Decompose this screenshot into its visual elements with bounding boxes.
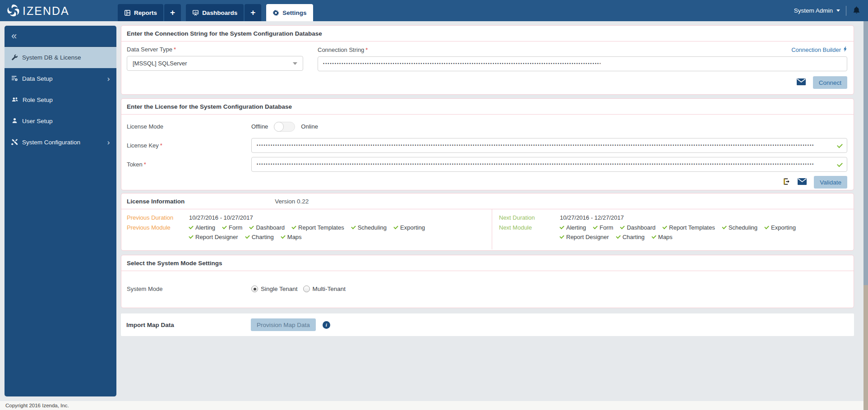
tab-reports-label: Reports — [134, 9, 157, 16]
check-icon — [651, 234, 656, 239]
tab-settings-label: Settings — [282, 9, 306, 16]
scrollbar-thumb[interactable] — [863, 21, 868, 285]
check-icon — [291, 225, 296, 230]
export-license-button[interactable] — [783, 178, 790, 187]
check-icon — [559, 225, 564, 230]
gear-icon — [272, 9, 279, 16]
plus-icon: + — [170, 8, 175, 18]
copyright-text: Copyright 2016 Izenda, Inc. — [5, 403, 69, 408]
license-panel-title: Enter the License for the System Configu… — [121, 99, 854, 115]
wrench-icon — [11, 54, 18, 62]
connection-builder-link[interactable]: Connection Builder — [791, 46, 847, 53]
token-input[interactable]: ••••••••••••••••••••••••••••••••••••••••… — [251, 157, 847, 172]
next-module-label: Next Module — [499, 224, 560, 240]
previous-duration-label: Previous Duration — [127, 214, 189, 221]
license-version: Version 0.22 — [275, 198, 309, 205]
check-icon — [393, 225, 398, 230]
sidebar-item-data-setup[interactable]: Data Setup › — [5, 68, 116, 89]
check-icon — [620, 225, 625, 230]
tab-add-dashboard[interactable]: + — [245, 4, 261, 21]
validate-button[interactable]: Validate — [814, 176, 847, 189]
connection-panel-title: Enter the Connection String for the Syst… — [121, 26, 854, 41]
radio-single-tenant[interactable]: Single Tenant — [251, 286, 298, 292]
data-setup-list-gear-icon — [11, 75, 18, 83]
radio-multi-tenant[interactable]: Multi-Tenant — [303, 286, 346, 292]
next-license-column: Next Duration 10/27/2016 - 12/27/2017 Ne… — [492, 209, 854, 249]
check-icon — [245, 234, 250, 239]
connection-string-input[interactable]: ••••••••••••••••••••••••••••••••••••••••… — [318, 56, 847, 71]
check-icon — [662, 225, 667, 230]
sidebar-collapse-button[interactable]: « — [5, 26, 116, 47]
previous-modules-list: Alerting Form Dashboard Report Templates… — [189, 224, 425, 240]
required-asterisk: * — [144, 161, 146, 168]
module-item: Charting — [616, 234, 645, 240]
connect-button[interactable]: Connect — [813, 76, 847, 89]
tab-dashboards-label: Dashboards — [202, 9, 237, 16]
notifications-bell-icon[interactable] — [852, 6, 861, 16]
license-key-input[interactable]: ••••••••••••••••••••••••••••••••••••••••… — [251, 138, 847, 153]
connection-string-label: Connection String* — [318, 46, 368, 53]
tab-add-report[interactable]: + — [164, 4, 181, 21]
izenda-logo[interactable]: IZENDA — [6, 4, 69, 18]
toggle-knob — [274, 122, 284, 132]
token-label: Token* — [127, 161, 251, 168]
module-item: Maps — [652, 234, 673, 240]
provision-map-data-button[interactable]: Provision Map Data — [251, 318, 316, 331]
sidebar: « System DB & License Data Setup › — [5, 26, 116, 396]
check-icon — [281, 234, 286, 239]
module-item: Report Designer — [189, 234, 238, 240]
chevron-right-icon: › — [107, 138, 110, 147]
user-icon — [11, 117, 18, 125]
collapse-chevrons-icon: « — [11, 31, 17, 41]
module-item: Form — [222, 224, 242, 231]
license-info-title: License Information — [127, 198, 185, 205]
sidebar-item-system-db-license[interactable]: System DB & License — [5, 47, 116, 68]
chevron-down-icon — [836, 9, 840, 12]
logo-text: IZENDA — [23, 5, 69, 18]
tab-dashboards[interactable]: Dashboards — [186, 4, 244, 21]
tab-settings[interactable]: Settings — [266, 4, 313, 21]
email-license-button[interactable] — [798, 178, 807, 186]
lightning-bolt-icon — [843, 46, 847, 53]
sidebar-item-user-setup[interactable]: User Setup — [5, 111, 116, 132]
next-duration-value: 10/27/2016 - 12/27/2017 — [560, 214, 624, 221]
check-icon — [351, 225, 356, 230]
offline-label: Offline — [251, 123, 268, 130]
user-menu[interactable]: System Admin — [794, 7, 840, 14]
info-icon[interactable] — [323, 321, 330, 329]
module-item: Report Designer — [560, 234, 609, 240]
sidebar-item-label: System DB & License — [22, 54, 81, 61]
sidebar-item-role-setup[interactable]: Role Setup — [5, 89, 116, 111]
users-group-icon — [11, 96, 18, 104]
next-modules-list: Alerting Form Dashboard Report Templates… — [560, 224, 796, 240]
envelope-icon — [798, 178, 807, 186]
izenda-pinwheel-icon — [6, 4, 20, 18]
module-item: Report Templates — [663, 224, 715, 231]
email-connection-button[interactable] — [797, 78, 806, 87]
license-mode-toggle[interactable] — [274, 122, 295, 132]
check-icon — [189, 225, 194, 230]
radio-unselected-icon — [303, 286, 310, 292]
module-item: Maps — [281, 234, 302, 240]
data-server-type-select[interactable]: [MSSQL] SQLServer — [127, 56, 303, 71]
tab-reports[interactable]: Reports — [118, 4, 163, 21]
user-menu-label: System Admin — [794, 7, 833, 14]
system-mode-panel-title: Select the System Mode Settings — [121, 255, 854, 271]
export-icon — [783, 178, 790, 187]
valid-check-icon — [837, 161, 843, 167]
check-icon — [189, 234, 194, 239]
sidebar-item-system-configuration[interactable]: System Configuration › — [5, 132, 116, 153]
system-mode-radio-group: Single Tenant Multi-Tenant — [251, 286, 346, 292]
footer: Copyright 2016 Izenda, Inc. — [0, 401, 868, 410]
module-item: Charting — [245, 234, 274, 240]
module-item: Exporting — [765, 224, 796, 231]
license-key-masked-value: ••••••••••••••••••••••••••••••••••••••••… — [257, 138, 827, 153]
check-icon — [722, 225, 727, 230]
sidebar-item-label: System Configuration — [22, 139, 80, 146]
sidebar-item-label: Role Setup — [23, 97, 53, 103]
required-asterisk: * — [365, 46, 368, 53]
vertical-scrollbar[interactable] — [863, 21, 868, 410]
module-item: Exporting — [394, 224, 425, 231]
connection-string-panel: Enter the Connection String for the Syst… — [121, 25, 854, 95]
system-mode-label: System Mode — [127, 286, 251, 292]
